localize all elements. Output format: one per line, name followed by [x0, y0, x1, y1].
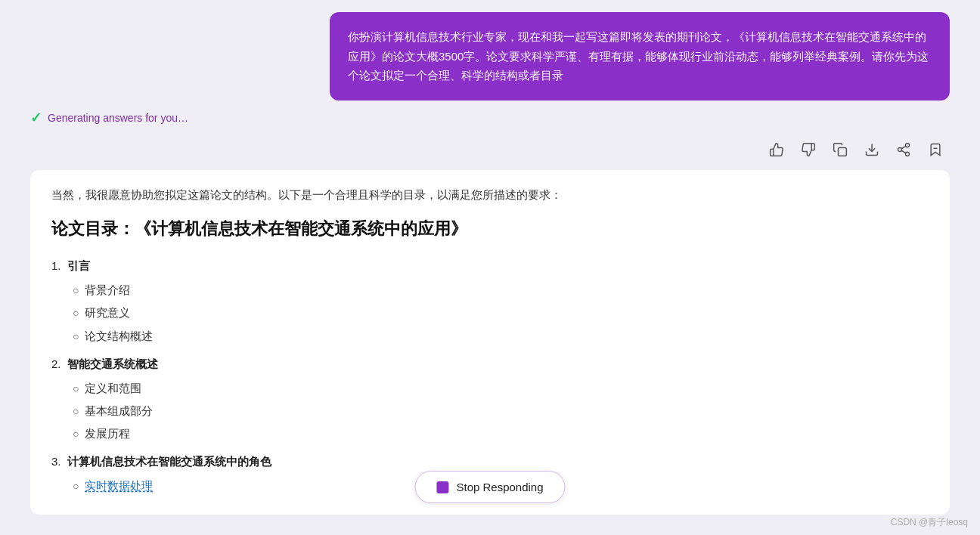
sub-item-definition: ○ 定义和范围 — [73, 379, 929, 398]
svg-rect-0 — [839, 147, 847, 156]
paper-title: 论文目录：《计算机信息技术在智能交通系统中的应用》 — [51, 214, 929, 244]
stop-responding-button[interactable]: Stop Responding — [414, 471, 565, 503]
action-toolbar — [0, 135, 980, 170]
thumbs-up-button[interactable] — [762, 135, 791, 164]
svg-line-6 — [901, 146, 906, 148]
svg-point-3 — [898, 147, 902, 151]
bookmark-button[interactable] — [921, 135, 950, 164]
svg-point-4 — [906, 152, 910, 156]
section-1-heading: 1. 引言 — [51, 255, 929, 276]
stop-responding-label: Stop Responding — [456, 481, 543, 493]
sub-item-structure-overview: ○ 论文结构概述 — [73, 326, 929, 346]
ai-response: 当然，我很愿意协助您拟定这篇论文的结构。以下是一个合理且科学的目录，以满足您所描… — [30, 170, 950, 515]
thumbs-down-button[interactable] — [794, 135, 823, 164]
sub-item-history: ○ 发展历程 — [73, 424, 929, 444]
watermark-text: CSDN @青子leosq — [891, 517, 968, 527]
sub-item-significance: ○ 研究意义 — [73, 303, 929, 323]
svg-line-5 — [901, 150, 906, 153]
share-button[interactable] — [889, 135, 918, 164]
csdn-watermark: CSDN @青子leosq — [891, 516, 968, 529]
stop-responding-container: Stop Responding — [414, 471, 565, 503]
generating-status: ✓ Generating answers for you… — [0, 101, 980, 135]
download-button[interactable] — [858, 135, 886, 164]
section-2-heading: 2. 智能交通系统概述 — [51, 354, 929, 374]
user-message-container: 你扮演计算机信息技术行业专家，现在和我一起写这篇即将发表的期刊论文，《计算机信息… — [0, 0, 980, 101]
copy-button[interactable] — [826, 135, 854, 164]
user-message-text: 你扮演计算机信息技术行业专家，现在和我一起写这篇即将发表的期刊论文，《计算机信息… — [348, 30, 929, 82]
section-3-heading: 3. 计算机信息技术在智能交通系统中的角色 — [51, 451, 929, 472]
sub-item-components: ○ 基本组成部分 — [73, 401, 929, 421]
response-intro: 当然，我很愿意协助您拟定这篇论文的结构。以下是一个合理且科学的目录，以满足您所描… — [51, 185, 929, 205]
stop-icon — [436, 481, 448, 493]
user-message-bubble: 你扮演计算机信息技术行业专家，现在和我一起写这篇即将发表的期刊论文，《计算机信息… — [330, 12, 950, 101]
sub-item-background: ○ 背景介绍 — [73, 280, 929, 300]
check-icon: ✓ — [30, 110, 42, 126]
svg-point-2 — [906, 143, 910, 147]
generating-text: Generating answers for you… — [48, 112, 188, 124]
